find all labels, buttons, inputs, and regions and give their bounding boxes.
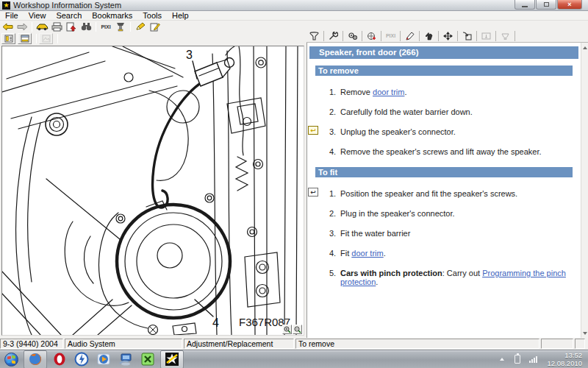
step-item: 2.Plug in the speaker's connector. [329,209,576,218]
pan-move-button[interactable] [440,30,456,42]
network-signal-icon[interactable] [529,356,538,363]
taskbar-remote-desktop[interactable] [115,351,137,368]
vehicle-button[interactable] [35,21,49,32]
back-arrow-icon [3,24,12,30]
menu-bookmarks[interactable]: Bookmarks [87,11,137,21]
taskbar-media-player[interactable] [93,351,115,368]
step-number: 4. [329,249,340,258]
tray-expand-icon[interactable] [500,358,504,361]
taskbar-opera[interactable] [49,351,71,368]
minimize-button[interactable] [514,0,535,10]
illustration-panel[interactable]: 3 4 F367R087 [1,46,304,336]
taskbar-daemon-tools[interactable] [71,351,93,368]
search-button[interactable] [79,21,93,32]
back-button[interactable] [0,21,15,32]
maximize-button[interactable] [536,0,556,10]
image-icon [42,35,51,43]
illustration-link-icon[interactable]: ↩ [308,126,318,135]
tools-button[interactable] [326,30,341,42]
tray-clock[interactable]: 13:52 12.08.2010 [547,351,588,367]
filter-button[interactable] [306,30,322,42]
screen: ★ Workshop Information System × File Vie… [0,0,588,368]
import-arrow-icon [462,32,472,40]
global-button[interactable] [364,30,379,42]
app-window: ★ Workshop Information System × File Vie… [0,0,588,350]
taskbar-green-tool[interactable] [137,351,159,368]
step-number: 4. [329,147,340,156]
diagram-zoom-controls [282,325,302,334]
scanner-icon [115,22,126,32]
menu-tools[interactable]: Tools [137,11,167,21]
forward-button[interactable] [15,21,29,32]
opera-icon [52,352,67,367]
edit-note-button[interactable] [148,21,162,32]
status-system: Audio System [65,339,182,349]
step-list: ↩1.Position the speaker and fit the spea… [329,189,576,286]
layout-window-button[interactable] [18,33,32,44]
select-hand-button[interactable] [421,30,437,42]
status-extra-2 [575,339,585,349]
contents-tree-button[interactable] [1,33,15,44]
statusbar: 9-3 (9440) 2004 Audio System Adjustment/… [0,338,588,350]
cup-button-disabled [498,30,513,42]
step-text: Remove the speaker's screws and lift awa… [340,147,542,156]
pixi-label-disabled: PIXI [386,33,395,38]
car-icon [36,23,49,31]
step-text: Cars with pinch protection: Carry out Pr… [340,269,576,286]
media-player-icon [96,352,111,367]
globe-add-icon [367,32,376,40]
import-button[interactable] [459,30,475,42]
step-text: Fit door trim. [340,249,386,258]
titlebar: ★ Workshop Information System × [0,0,588,11]
scanner-button[interactable] [113,21,128,32]
instructions-panel: Speaker, front door (266) To remove1.Rem… [306,43,588,338]
daemon-tools-icon [74,352,89,367]
inline-link[interactable]: door trim [373,88,404,96]
taskbar-firefox[interactable] [24,350,47,368]
wis-icon [165,352,179,367]
window-button-disabled [478,30,494,42]
move-cross-icon [443,32,453,40]
image-button-disabled [39,33,53,44]
gears-icon [348,32,358,40]
step-item: 3.Fit the water barrier [329,229,576,238]
step-list: 1.Remove door trim.2.Carefully fold the … [329,88,576,156]
settings-button[interactable] [345,30,360,42]
status-vehicle: 9-3 (9440) 2004 [0,339,63,349]
status-extra-1 [541,339,573,349]
step-item: ↩3.Unplug the speaker's connector. [329,127,576,136]
tray-date: 12.08.2010 [547,359,582,367]
print-button[interactable] [49,21,64,32]
printer-icon [51,22,62,32]
step-item: ↩1.Position the speaker and fit the spea… [329,189,576,198]
taskbar-wis-active[interactable] [160,350,184,368]
battery-icon[interactable] [514,355,520,364]
menu-help[interactable]: Help [167,11,194,21]
menu-file[interactable]: File [0,11,24,21]
step-number: 2. [329,107,340,116]
window-pin-icon [481,32,491,40]
inline-link[interactable]: door trim [351,249,383,258]
step-number: 3. [329,229,340,238]
menu-search[interactable]: Search [51,11,87,21]
window-title: Workshop Information System [13,1,121,10]
hand-icon [424,32,434,40]
step-text: Plug in the speaker's connector. [340,209,455,218]
menu-view[interactable]: View [24,11,51,21]
zoom-in-button[interactable] [282,325,292,334]
secondary-toolbar [0,32,306,45]
vertical-scrollbar[interactable] [581,43,588,338]
annotate-button[interactable] [402,30,417,42]
export-document-button[interactable] [64,21,79,32]
scroll-up-button[interactable] [582,44,588,51]
pixi-button[interactable]: PIXI [98,21,113,32]
illustration-link-icon[interactable]: ↩ [308,188,318,197]
start-button[interactable] [0,351,22,368]
close-button[interactable]: × [557,0,582,10]
binoculars-icon [81,22,92,31]
green-tool-icon [141,353,154,366]
instructions-content: Speaker, front door (266) To remove1.Rem… [307,43,581,338]
scroll-down-button[interactable] [582,330,588,336]
highlighter-button[interactable] [133,21,148,32]
zoom-out-button[interactable] [293,325,302,334]
